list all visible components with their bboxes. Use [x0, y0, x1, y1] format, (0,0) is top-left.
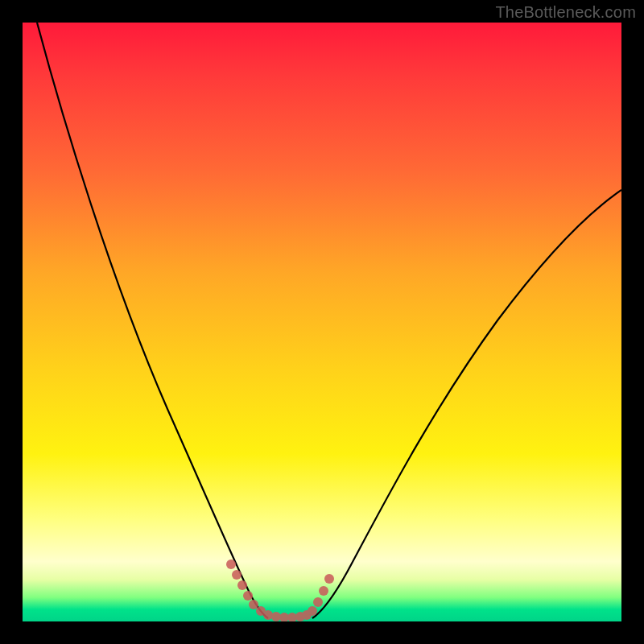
trough-dots: [226, 559, 334, 621]
left-curve: [37, 23, 268, 618]
svg-point-3: [243, 591, 253, 601]
svg-point-2: [237, 580, 247, 590]
svg-point-1: [232, 570, 242, 580]
watermark-text: TheBottleneck.com: [495, 3, 636, 22]
chart-frame: TheBottleneck.com: [0, 0, 644, 644]
svg-point-4: [249, 600, 258, 609]
svg-point-0: [226, 559, 236, 569]
svg-point-14: [319, 586, 328, 596]
right-curve: [312, 190, 621, 618]
svg-point-15: [324, 574, 334, 584]
svg-point-13: [313, 597, 323, 607]
curves-svg: [23, 23, 621, 621]
plot-area: [23, 23, 621, 621]
svg-point-6: [263, 610, 273, 620]
svg-point-12: [308, 606, 317, 616]
